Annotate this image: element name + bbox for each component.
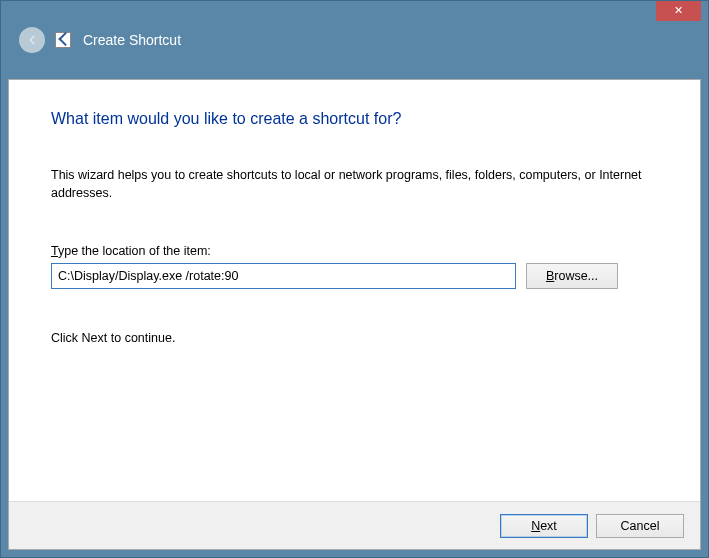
page-heading: What item would you like to create a sho… — [51, 110, 658, 128]
arrow-left-icon — [25, 33, 39, 47]
content-area: What item would you like to create a sho… — [8, 79, 701, 550]
location-label-rest: ype the location of the item: — [58, 244, 211, 258]
browse-button[interactable]: Browse... — [526, 263, 618, 289]
window-title: Create Shortcut — [83, 32, 181, 48]
next-accesskey: N — [531, 519, 540, 533]
shortcut-icon — [55, 32, 71, 48]
close-button[interactable]: ✕ — [656, 1, 701, 21]
content-inner: What item would you like to create a sho… — [9, 80, 700, 365]
button-bar: Next Cancel — [9, 501, 700, 549]
continue-text: Click Next to continue. — [51, 331, 658, 345]
location-input[interactable] — [51, 263, 516, 289]
next-rest: ext — [540, 519, 557, 533]
cancel-button[interactable]: Cancel — [596, 514, 684, 538]
next-button[interactable]: Next — [500, 514, 588, 538]
location-row: Browse... — [51, 263, 658, 289]
description-text: This wizard helps you to create shortcut… — [51, 166, 658, 202]
location-label: Type the location of the item: — [51, 244, 658, 258]
wizard-window: ✕ Create Shortcut What item would you li… — [0, 0, 709, 558]
browse-rest: rowse... — [554, 269, 598, 283]
cancel-label: Cancel — [621, 519, 660, 533]
location-label-accesskey: T — [51, 244, 58, 258]
title-bar: Create Shortcut — [1, 1, 708, 79]
close-icon: ✕ — [674, 4, 683, 16]
back-button[interactable] — [19, 27, 45, 53]
